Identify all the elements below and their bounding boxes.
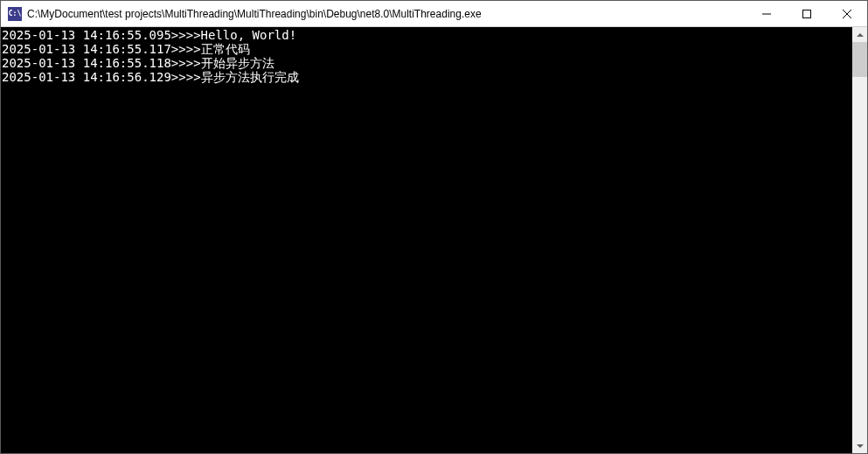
chevron-up-icon	[857, 33, 864, 37]
console-body: 2025-01-13 14:16:55.095>>>>Hello, World!…	[1, 27, 867, 453]
minimize-icon	[762, 10, 771, 18]
console-line: 2025-01-13 14:16:55.095>>>>Hello, World!	[2, 28, 851, 42]
close-icon	[843, 10, 851, 18]
console-output[interactable]: 2025-01-13 14:16:55.095>>>>Hello, World!…	[1, 27, 852, 453]
scrollbar-thumb[interactable]	[852, 42, 867, 77]
scroll-down-button[interactable]	[852, 438, 867, 453]
window-controls	[746, 1, 867, 26]
console-line: 2025-01-13 14:16:55.118>>>>开始异步方法	[2, 56, 851, 70]
scrollbar-track[interactable]	[852, 42, 867, 438]
console-window: C:\ C:\MyDocument\test projects\MultiThr…	[0, 0, 868, 454]
console-line: 2025-01-13 14:16:56.129>>>>异步方法执行完成	[2, 70, 851, 84]
svg-rect-1	[803, 10, 811, 17]
chevron-down-icon	[857, 444, 864, 448]
app-icon: C:\	[8, 7, 22, 21]
maximize-icon	[802, 10, 811, 18]
minimize-button[interactable]	[746, 1, 787, 26]
titlebar[interactable]: C:\ C:\MyDocument\test projects\MultiThr…	[1, 1, 867, 27]
scroll-up-button[interactable]	[852, 27, 867, 42]
console-line: 2025-01-13 14:16:55.117>>>>正常代码	[2, 42, 851, 56]
close-button[interactable]	[827, 1, 867, 26]
maximize-button[interactable]	[787, 1, 827, 26]
window-title: C:\MyDocument\test projects\MultiThreadi…	[27, 8, 746, 20]
vertical-scrollbar[interactable]	[852, 27, 867, 453]
